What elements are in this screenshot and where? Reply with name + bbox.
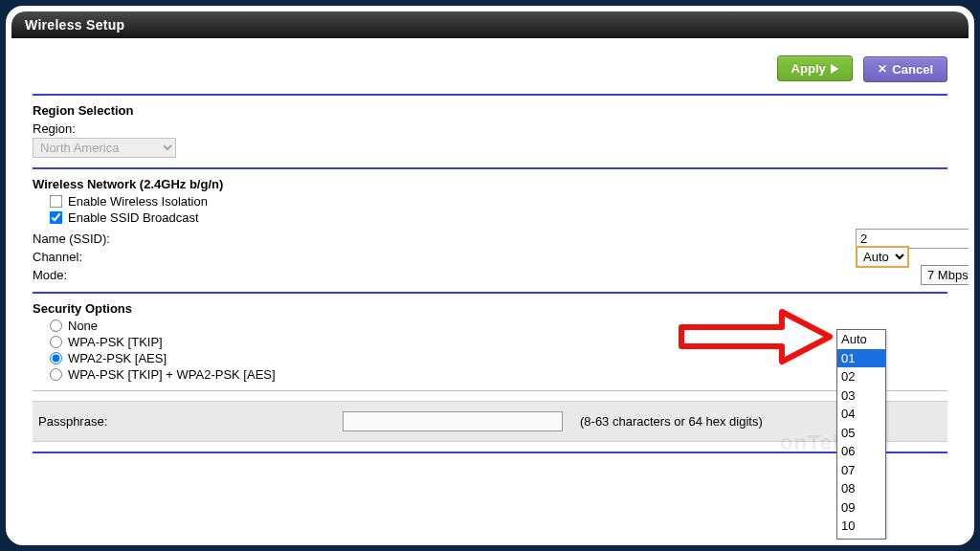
separator xyxy=(33,292,947,294)
channel-option[interactable]: 09 xyxy=(837,498,885,518)
separator-thin xyxy=(33,390,947,391)
apply-button-label: Apply xyxy=(791,61,826,76)
ssid-label: Name (SSID): xyxy=(33,231,320,246)
channel-option[interactable]: 05 xyxy=(837,424,885,443)
separator xyxy=(33,452,947,453)
region-select[interactable]: North America xyxy=(33,138,176,158)
security-wpa-tkip-radio[interactable] xyxy=(50,336,62,348)
ssid-broadcast-label: Enable SSID Broadcast xyxy=(68,210,199,225)
region-section-title: Region Selection xyxy=(33,103,947,118)
window-title: Wireless Setup xyxy=(11,11,969,38)
channel-option[interactable]: 11 xyxy=(837,536,885,540)
passphrase-label: Passphrase: xyxy=(38,414,325,429)
channel-option[interactable]: 10 xyxy=(837,517,885,536)
security-wpa-tkip-label: WPA-PSK [TKIP] xyxy=(68,335,163,349)
mode-select[interactable]: 7 Mbps xyxy=(921,265,969,285)
channel-option[interactable]: Auto xyxy=(837,330,885,349)
region-label: Region: xyxy=(33,121,176,136)
close-icon: ✕ xyxy=(878,62,887,76)
window-title-text: Wireless Setup xyxy=(25,17,124,33)
channel-option[interactable]: 08 xyxy=(837,479,885,498)
channel-option[interactable]: 07 xyxy=(837,461,885,480)
security-section-title: Security Options xyxy=(33,301,947,316)
security-mixed-label: WPA-PSK [TKIP] + WPA2-PSK [AES] xyxy=(68,367,276,382)
wireless-isolation-label: Enable Wireless Isolation xyxy=(68,194,208,209)
separator xyxy=(33,167,947,169)
security-mixed-radio[interactable] xyxy=(50,368,62,381)
channel-option[interactable]: 03 xyxy=(837,386,885,406)
security-none-label: None xyxy=(68,319,98,333)
passphrase-hint: (8-63 characters or 64 hex digits) xyxy=(580,414,763,429)
channel-label: Channel: xyxy=(33,250,320,264)
channel-dropdown-list[interactable]: Auto0102030405060708091011 xyxy=(836,329,886,540)
button-bar: Apply ✕ Cancel xyxy=(33,52,947,92)
cancel-button[interactable]: ✕ Cancel xyxy=(863,56,947,82)
channel-option[interactable]: 01 xyxy=(837,349,885,368)
separator xyxy=(33,94,947,96)
channel-select[interactable]: Auto xyxy=(856,246,909,268)
ssid-broadcast-checkbox[interactable] xyxy=(50,210,63,224)
play-icon xyxy=(831,64,838,74)
security-wpa2-aes-radio[interactable] xyxy=(50,352,62,364)
channel-option[interactable]: 06 xyxy=(837,442,885,461)
cancel-button-label: Cancel xyxy=(892,62,933,77)
wireless-section-title: Wireless Network (2.4GHz b/g/n) xyxy=(33,177,947,191)
wireless-isolation-checkbox[interactable] xyxy=(50,194,63,208)
passphrase-input[interactable] xyxy=(343,411,563,431)
apply-button[interactable]: Apply xyxy=(777,55,853,81)
channel-option[interactable]: 02 xyxy=(837,367,885,386)
mode-label: Mode: xyxy=(33,268,320,282)
security-wpa2-aes-label: WPA2-PSK [AES] xyxy=(68,351,167,365)
security-none-radio[interactable] xyxy=(50,320,62,332)
passphrase-band: Passphrase: (8-63 characters or 64 hex d… xyxy=(33,401,947,442)
channel-option[interactable]: 04 xyxy=(837,405,885,424)
